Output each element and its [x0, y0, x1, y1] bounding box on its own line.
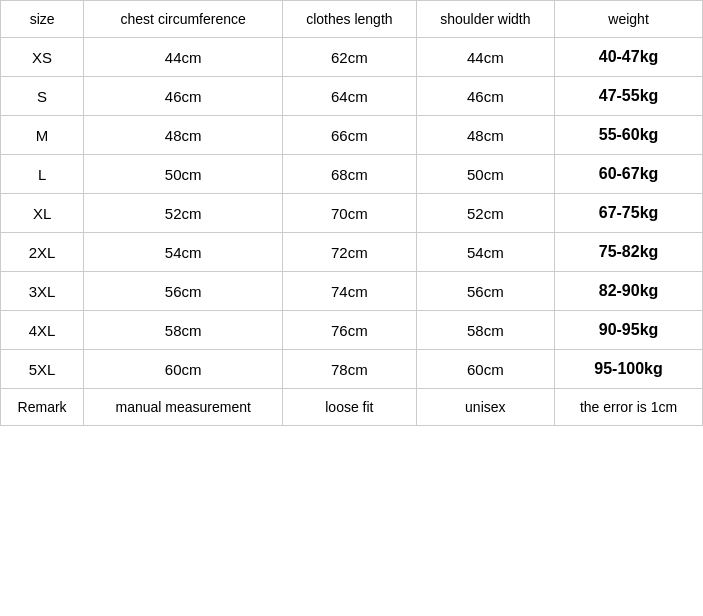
cell-length: 76cm [283, 311, 416, 350]
remark-cell-4: the error is 1cm [555, 389, 703, 426]
table-row: 2XL54cm72cm54cm75-82kg [1, 233, 703, 272]
table-body: XS44cm62cm44cm40-47kgS46cm64cm46cm47-55k… [1, 38, 703, 426]
remark-cell-1: manual measurement [84, 389, 283, 426]
table-row: XL52cm70cm52cm67-75kg [1, 194, 703, 233]
cell-shoulder: 46cm [416, 77, 555, 116]
cell-size: S [1, 77, 84, 116]
cell-chest: 48cm [84, 116, 283, 155]
table-row: 5XL60cm78cm60cm95-100kg [1, 350, 703, 389]
cell-length: 64cm [283, 77, 416, 116]
table-row: S46cm64cm46cm47-55kg [1, 77, 703, 116]
cell-length: 74cm [283, 272, 416, 311]
table-row: XS44cm62cm44cm40-47kg [1, 38, 703, 77]
cell-weight: 67-75kg [555, 194, 703, 233]
cell-size: XL [1, 194, 84, 233]
cell-length: 70cm [283, 194, 416, 233]
cell-length: 72cm [283, 233, 416, 272]
cell-shoulder: 52cm [416, 194, 555, 233]
cell-chest: 60cm [84, 350, 283, 389]
cell-length: 66cm [283, 116, 416, 155]
cell-shoulder: 54cm [416, 233, 555, 272]
remark-cell-2: loose fit [283, 389, 416, 426]
cell-chest: 44cm [84, 38, 283, 77]
table-header-row: size chest circumference clothes length … [1, 1, 703, 38]
cell-chest: 52cm [84, 194, 283, 233]
cell-size: XS [1, 38, 84, 77]
cell-size: 5XL [1, 350, 84, 389]
cell-shoulder: 50cm [416, 155, 555, 194]
header-size: size [1, 1, 84, 38]
table-row: 4XL58cm76cm58cm90-95kg [1, 311, 703, 350]
table-row: L50cm68cm50cm60-67kg [1, 155, 703, 194]
cell-size: 3XL [1, 272, 84, 311]
cell-size: M [1, 116, 84, 155]
cell-chest: 46cm [84, 77, 283, 116]
remark-cell-0: Remark [1, 389, 84, 426]
cell-weight: 82-90kg [555, 272, 703, 311]
size-chart-container: size chest circumference clothes length … [0, 0, 703, 426]
header-length: clothes length [283, 1, 416, 38]
size-chart-table: size chest circumference clothes length … [0, 0, 703, 426]
table-row: 3XL56cm74cm56cm82-90kg [1, 272, 703, 311]
cell-weight: 60-67kg [555, 155, 703, 194]
cell-size: 2XL [1, 233, 84, 272]
remark-row: Remarkmanual measurementloose fitunisext… [1, 389, 703, 426]
cell-shoulder: 56cm [416, 272, 555, 311]
cell-shoulder: 58cm [416, 311, 555, 350]
cell-chest: 50cm [84, 155, 283, 194]
cell-shoulder: 48cm [416, 116, 555, 155]
cell-length: 78cm [283, 350, 416, 389]
cell-weight: 47-55kg [555, 77, 703, 116]
cell-weight: 95-100kg [555, 350, 703, 389]
cell-weight: 75-82kg [555, 233, 703, 272]
cell-length: 68cm [283, 155, 416, 194]
cell-shoulder: 44cm [416, 38, 555, 77]
cell-chest: 58cm [84, 311, 283, 350]
cell-size: L [1, 155, 84, 194]
header-weight: weight [555, 1, 703, 38]
cell-weight: 55-60kg [555, 116, 703, 155]
header-chest: chest circumference [84, 1, 283, 38]
remark-cell-3: unisex [416, 389, 555, 426]
cell-size: 4XL [1, 311, 84, 350]
cell-chest: 56cm [84, 272, 283, 311]
cell-weight: 90-95kg [555, 311, 703, 350]
header-shoulder: shoulder width [416, 1, 555, 38]
cell-length: 62cm [283, 38, 416, 77]
cell-shoulder: 60cm [416, 350, 555, 389]
cell-chest: 54cm [84, 233, 283, 272]
table-row: M48cm66cm48cm55-60kg [1, 116, 703, 155]
cell-weight: 40-47kg [555, 38, 703, 77]
